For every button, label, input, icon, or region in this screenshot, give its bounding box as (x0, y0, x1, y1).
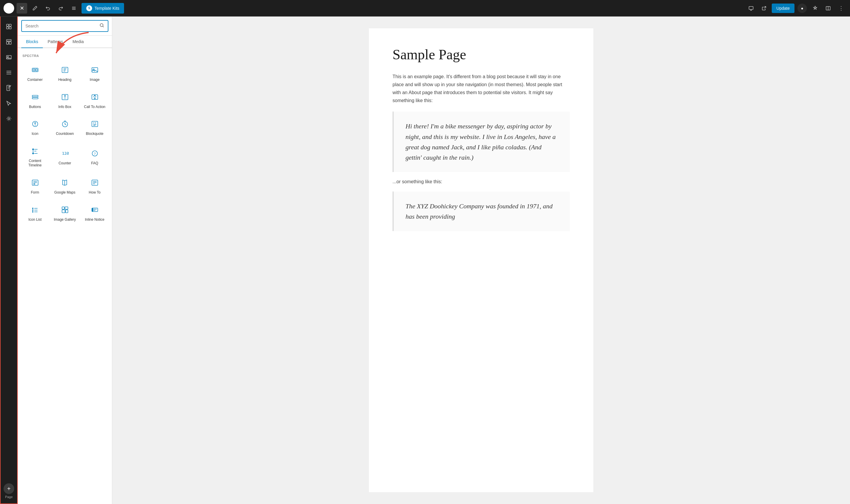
svg-rect-70 (66, 210, 68, 213)
block-notice[interactable]: Inline Notice (81, 201, 108, 226)
search-input[interactable] (25, 24, 97, 28)
tab-media[interactable]: Media (68, 36, 88, 48)
icon-icon (30, 119, 40, 129)
block-icon[interactable]: Icon (21, 115, 49, 140)
svg-point-35 (33, 121, 38, 127)
block-cta[interactable]: Call To Action (81, 88, 108, 113)
page-label: Page (5, 495, 13, 501)
monitor-button[interactable] (746, 3, 757, 14)
redo-button[interactable] (55, 3, 66, 14)
list-view-button[interactable] (69, 3, 79, 14)
svg-rect-61 (32, 208, 33, 209)
sidebar-icons (1, 17, 17, 128)
block-maps[interactable]: Google Maps (51, 174, 79, 199)
container-label: Container (27, 78, 42, 82)
page-editor-content: Sample Page This is an example page. It'… (369, 28, 593, 492)
svg-rect-55 (33, 183, 35, 184)
svg-point-45 (33, 153, 34, 154)
svg-rect-74 (92, 208, 93, 212)
svg-rect-10 (9, 27, 11, 29)
svg-point-31 (64, 95, 66, 96)
close-button[interactable]: ✕ (17, 3, 27, 14)
ai-button[interactable] (810, 3, 820, 14)
sidebar-item-document[interactable] (2, 81, 16, 95)
update-button[interactable]: Update (772, 3, 795, 13)
ellipsis-text: ...or something like this: (393, 179, 570, 184)
more-options-button[interactable]: ⋮ (836, 3, 847, 14)
tab-blocks[interactable]: Blocks (21, 36, 43, 48)
block-infobox[interactable]: Info Box (51, 88, 79, 113)
cta-label: Call To Action (84, 105, 105, 109)
block-form[interactable]: Form (21, 174, 49, 199)
blocks-panel: Blocks Patterns Media SPECTRA Container … (18, 17, 112, 504)
svg-rect-9 (6, 27, 8, 29)
block-countdown[interactable]: Countdown (51, 115, 79, 140)
counter-icon: 123 (60, 148, 70, 159)
block-image[interactable]: Image (81, 61, 108, 86)
panel-content: SPECTRA Container Heading (18, 48, 112, 504)
blockquote-text-1: Hi there! I'm a bike messenger by day, a… (405, 121, 558, 163)
heading-icon (60, 65, 70, 75)
search-box (21, 20, 108, 32)
form-icon (30, 177, 40, 188)
svg-rect-13 (9, 42, 11, 44)
block-blockquote[interactable]: Blockquote (81, 115, 108, 140)
sidebar-item-media[interactable] (2, 50, 16, 64)
svg-rect-28 (32, 95, 38, 97)
sidebar-item-settings[interactable] (2, 111, 16, 126)
image-label: Image (90, 78, 100, 82)
sidebar-item-blocks[interactable] (2, 19, 16, 34)
split-view-button[interactable] (823, 3, 833, 14)
page-title: Sample Page (393, 46, 570, 63)
block-container[interactable]: Container (21, 61, 49, 86)
block-faq[interactable]: ? FAQ (81, 142, 108, 172)
block-howto[interactable]: How To (81, 174, 108, 199)
faq-icon: ? (89, 148, 100, 159)
blockquote-icon (89, 119, 100, 129)
sidebar-item-inserter[interactable] (2, 35, 16, 49)
pencil-button[interactable] (30, 3, 40, 14)
timeline-label: ContentTimeline (28, 159, 42, 168)
blockquote-text-2: The XYZ Doohickey Company was founded in… (405, 201, 558, 222)
svg-rect-40 (92, 121, 98, 127)
template-kits-button[interactable]: S Template Kits (82, 3, 124, 14)
block-iconlist[interactable]: Icon List (21, 201, 49, 226)
countdown-label: Countdown (56, 132, 74, 136)
svg-point-21 (100, 24, 103, 26)
svg-rect-67 (62, 207, 64, 209)
block-timeline[interactable]: ContentTimeline (21, 142, 49, 172)
maps-label: Google Maps (54, 190, 75, 195)
template-kits-icon: S (86, 5, 92, 11)
svg-point-43 (33, 149, 34, 150)
sidebar-item-cursor[interactable] (2, 96, 16, 110)
image-icon (89, 65, 100, 75)
infobox-label: Info Box (58, 105, 71, 109)
external-link-button[interactable] (759, 3, 769, 14)
svg-rect-7 (6, 24, 8, 26)
block-counter[interactable]: 123 Counter (51, 142, 79, 172)
cta-icon (89, 92, 100, 102)
wp-logo[interactable] (3, 3, 14, 14)
container-icon (30, 65, 40, 75)
left-sidebar: + Page (0, 0, 18, 504)
tab-patterns[interactable]: Patterns (43, 36, 68, 48)
svg-rect-4 (749, 6, 753, 10)
svg-text:123: 123 (62, 151, 69, 156)
maps-icon (60, 177, 70, 188)
main-content: Sample Page This is an example page. It'… (112, 17, 850, 504)
counter-label: Counter (58, 161, 71, 166)
svg-point-33 (94, 98, 96, 99)
avatar-button[interactable]: ● (797, 3, 808, 14)
heading-label: Heading (58, 78, 71, 82)
undo-button[interactable] (42, 3, 53, 14)
sidebar-add-button[interactable]: + (3, 483, 14, 494)
block-heading[interactable]: Heading (51, 61, 79, 86)
notice-label: Inline Notice (85, 217, 104, 222)
svg-rect-23 (33, 69, 35, 71)
sidebar-item-patterns[interactable] (2, 66, 16, 80)
svg-rect-63 (32, 211, 33, 213)
block-gallery[interactable]: Image Gallery (51, 201, 79, 226)
form-label: Form (31, 190, 39, 195)
block-buttons[interactable]: Buttons (21, 88, 49, 113)
blockquote-1: Hi there! I'm a bike messenger by day, a… (393, 111, 570, 172)
